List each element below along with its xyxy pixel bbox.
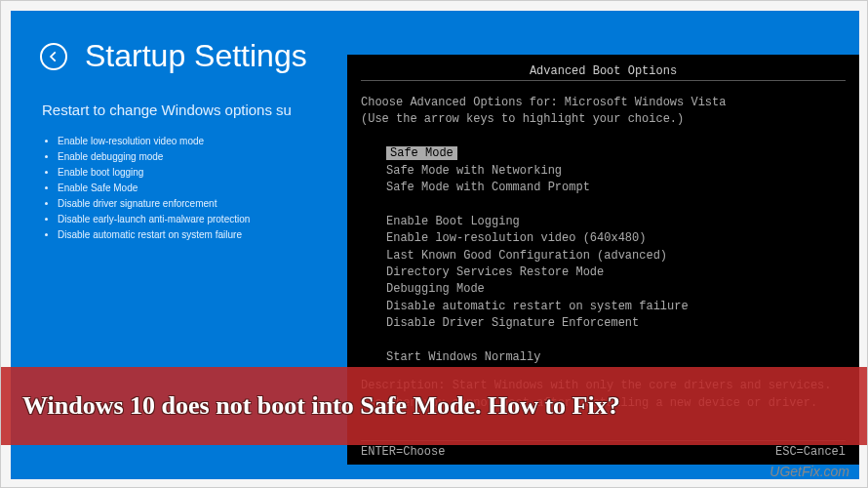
boot-option[interactable]: Last Known Good Configuration (advanced) [386,248,846,264]
headline-text: Windows 10 does not boot into Safe Mode.… [22,391,620,421]
boot-options-group[interactable]: Safe Mode Safe Mode with Networking Safe… [386,145,846,366]
boot-option[interactable]: Safe Mode with Command Prompt [386,180,846,196]
boot-option[interactable]: Disable Driver Signature Enforcement [386,315,846,332]
back-icon[interactable] [40,43,67,70]
boot-option[interactable]: Safe Mode with Networking [386,163,846,180]
boot-option[interactable]: Start Windows Normally [386,349,846,366]
boot-option[interactable]: Disable automatic restart on system fail… [386,299,846,315]
prompt-line: (Use the arrow keys to highlight your ch… [361,111,846,128]
watermark-text: UGetFix.com [769,464,849,479]
prompt-line: Choose Advanced Options for: Microsoft W… [361,95,846,111]
boot-option[interactable]: Enable Boot Logging [386,214,846,230]
panel-title: Advanced Boot Options [361,64,846,81]
page-title: Startup Settings [85,38,307,74]
footer-esc-hint: ESC=Cancel [775,445,846,459]
boot-option[interactable]: Debugging Mode [386,281,846,298]
boot-option[interactable]: Enable low-resolution video (640x480) [386,230,846,247]
boot-option-selected[interactable]: Safe Mode [386,146,457,160]
headline-banner: Windows 10 does not boot into Safe Mode.… [1,367,868,445]
footer-enter-hint: ENTER=Choose [361,445,445,459]
boot-option[interactable]: Directory Services Restore Mode [386,264,846,281]
